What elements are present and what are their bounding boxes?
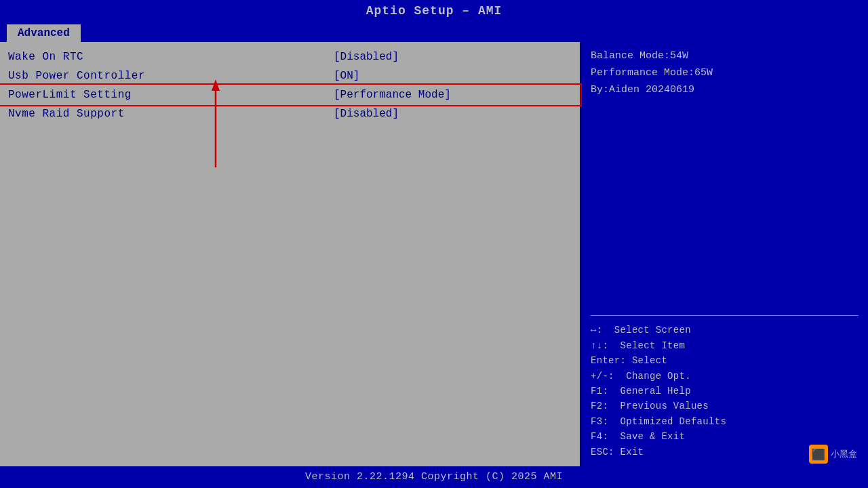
main-content: Wake On RTC [Disabled] Usb Power Control… bbox=[0, 42, 868, 466]
item-value-powerlimit: [Performance Mode] bbox=[334, 89, 572, 101]
item-value-nvme-raid: [Disabled] bbox=[334, 108, 572, 120]
menu-row-powerlimit[interactable]: PowerLimit Setting [Performance Mode] bbox=[0, 85, 580, 104]
app-title: Aptio Setup – AMI bbox=[366, 4, 502, 18]
footer-text: Version 2.22.1294 Copyright (C) 2025 AMI bbox=[305, 471, 563, 483]
item-label-wake-on-rtc: Wake On RTC bbox=[8, 51, 334, 63]
right-panel: Balance Mode:54W Performance Mode:65W By… bbox=[581, 42, 868, 466]
menu-row-nvme-raid[interactable]: Nvme Raid Support [Disabled] bbox=[0, 104, 580, 123]
help-line1: Balance Mode:54W bbox=[591, 49, 859, 63]
tab-row: Advanced bbox=[0, 22, 868, 42]
hint-f4: F4: Save & Exit bbox=[591, 429, 859, 444]
hint-f2: F2: Previous Values bbox=[591, 399, 859, 413]
item-value-wake-on-rtc: [Disabled] bbox=[334, 51, 572, 63]
item-label-powerlimit: PowerLimit Setting bbox=[8, 89, 334, 101]
divider-line bbox=[591, 315, 859, 316]
left-panel: Wake On RTC [Disabled] Usb Power Control… bbox=[0, 42, 580, 466]
item-label-usb-power: Usb Power Controller bbox=[8, 70, 334, 82]
watermark-icon: ⬛ bbox=[809, 445, 828, 464]
help-text: Balance Mode:54W Performance Mode:65W By… bbox=[591, 49, 859, 308]
title-bar: Aptio Setup – AMI bbox=[0, 0, 868, 22]
menu-row-wake-on-rtc[interactable]: Wake On RTC [Disabled] bbox=[0, 47, 580, 66]
item-label-nvme-raid: Nvme Raid Support bbox=[8, 108, 334, 120]
hint-enter: Enter: Select bbox=[591, 353, 859, 368]
help-line2: Performance Mode:65W bbox=[591, 66, 859, 80]
item-value-usb-power: [ON] bbox=[334, 70, 572, 82]
bottom-bar: Version 2.22.1294 Copyright (C) 2025 AMI bbox=[0, 466, 868, 487]
help-line3: By:Aiden 20240619 bbox=[591, 83, 859, 97]
tab-advanced[interactable]: Advanced bbox=[7, 24, 81, 42]
key-hints: ↔: Select Screen ↑↓: Select Item Enter: … bbox=[591, 323, 859, 460]
hint-f1: F1: General Help bbox=[591, 384, 859, 399]
hint-select-item: ↑↓: Select Item bbox=[591, 338, 859, 353]
watermark-text: 小黑盒 bbox=[831, 448, 857, 460]
hint-change-opt: +/-: Change Opt. bbox=[591, 369, 859, 384]
watermark: ⬛ 小黑盒 bbox=[809, 445, 857, 464]
menu-row-usb-power[interactable]: Usb Power Controller [ON] bbox=[0, 66, 580, 85]
hint-select-screen: ↔: Select Screen bbox=[591, 323, 859, 338]
hint-f3: F3: Optimized Defaults bbox=[591, 414, 859, 429]
